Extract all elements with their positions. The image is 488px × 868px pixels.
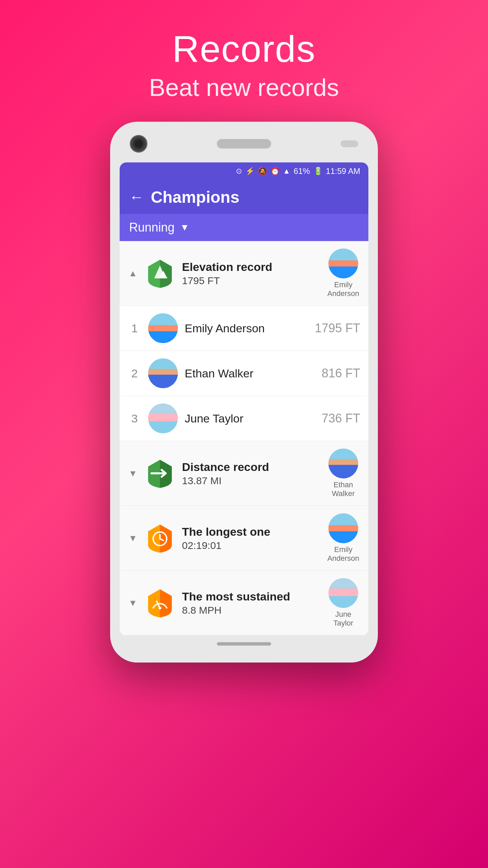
user-score-3: 736 FT	[322, 411, 360, 426]
avatar	[148, 313, 178, 343]
mute-icon: 🔕	[258, 167, 267, 176]
speed-info: The most sustained 8.8 MPH	[182, 590, 320, 616]
dropdown-label: Running	[129, 220, 175, 235]
wifi-icon: ▲	[283, 167, 290, 176]
app-bar-title: Champions	[151, 188, 239, 206]
elevation-name: Elevation record	[182, 260, 320, 274]
emily-avatar-badge	[328, 249, 358, 278]
time-name: The longest one	[182, 525, 320, 538]
table-row: 2 Ethan Walker 816 FT	[120, 351, 368, 396]
phone-camera	[130, 135, 147, 153]
bluetooth-icon: ⚡	[245, 167, 255, 176]
user-score-1: 1795 FT	[315, 321, 360, 335]
page-title: Records	[149, 27, 339, 70]
phone-screen: ⊙ ⚡ 🔕 ⏰ ▲ 61% 🔋 11:59 AM ← Champions Run…	[120, 162, 368, 635]
speed-badge	[145, 588, 175, 618]
phone-speaker	[217, 139, 271, 149]
avatar	[148, 403, 178, 433]
time-holder-name: Emily Anderson	[326, 545, 360, 563]
elevation-badge	[145, 258, 175, 289]
table-row: 3 June Taylor 736 FT	[120, 396, 368, 441]
rank-2: 2	[128, 367, 141, 380]
phone-sensor	[341, 140, 358, 147]
svg-point-6	[159, 607, 161, 609]
elevation-holder-name: Emily Anderson	[326, 280, 360, 298]
user-name-1: Emily Anderson	[185, 322, 308, 335]
speed-name: The most sustained	[182, 590, 320, 603]
expand-icon: ▼	[128, 533, 138, 544]
expand-icon: ▼	[128, 468, 138, 479]
page-subtitle: Beat new records	[149, 74, 339, 101]
distance-value: 13.87 MI	[182, 475, 320, 487]
collapse-icon: ▲	[128, 268, 138, 279]
phone-top	[120, 132, 368, 156]
user-name-3: June Taylor	[185, 412, 315, 425]
time-info: The longest one 02:19:01	[182, 525, 320, 551]
distance-info: Distance record 13.87 MI	[182, 460, 320, 487]
emily-avatar-badge2	[328, 513, 358, 543]
page-header: Records Beat new records	[149, 27, 339, 101]
time-holder: Emily Anderson	[326, 513, 360, 563]
back-button[interactable]: ←	[129, 189, 144, 205]
speed-value: 8.8 MPH	[182, 605, 320, 616]
clock: 11:59 AM	[326, 166, 360, 176]
phone-bottom	[120, 635, 368, 652]
distance-record-row[interactable]: ▼ Distance record 13.87 MI Ethan Walker	[120, 441, 368, 506]
time-badge	[145, 523, 175, 553]
distance-holder: Ethan Walker	[326, 449, 360, 498]
june-avatar-badge	[328, 578, 358, 608]
category-dropdown[interactable]: Running ▼	[120, 214, 368, 241]
elevation-value: 1795 FT	[182, 275, 320, 287]
battery-icon: 🔋	[313, 167, 323, 176]
time-value: 02:19:01	[182, 540, 320, 551]
time-record-row[interactable]: ▼ The longest one 02:19:01	[120, 506, 368, 571]
table-row: 1 Emily Anderson 1795 FT	[120, 306, 368, 351]
rank-1: 1	[128, 322, 141, 335]
ethan-avatar-badge	[328, 449, 358, 478]
distance-badge	[145, 458, 175, 489]
app-bar: ← Champions	[120, 180, 368, 214]
phone-shell: ⊙ ⚡ 🔕 ⏰ ▲ 61% 🔋 11:59 AM ← Champions Run…	[110, 122, 378, 663]
avatar	[148, 358, 178, 388]
home-indicator	[217, 642, 271, 646]
elevation-record-row[interactable]: ▲ Elevation record 1795 FT	[120, 241, 368, 306]
status-icons: ⊙ ⚡ 🔕 ⏰ ▲ 61% 🔋 11:59 AM	[236, 166, 360, 176]
distance-name: Distance record	[182, 460, 320, 474]
elevation-holder: Emily Anderson	[326, 249, 360, 298]
distance-holder-name: Ethan Walker	[326, 480, 360, 498]
user-name-2: Ethan Walker	[185, 367, 315, 380]
user-score-2: 816 FT	[322, 366, 360, 380]
expand-icon: ▼	[128, 598, 138, 608]
alarm-icon: ⏰	[270, 167, 280, 176]
speed-holder-name: June Taylor	[326, 610, 360, 628]
records-list: ▲ Elevation record 1795 FT	[120, 241, 368, 635]
status-bar: ⊙ ⚡ 🔕 ⏰ ▲ 61% 🔋 11:59 AM	[120, 162, 368, 180]
battery-percent: 61%	[294, 166, 310, 176]
location-icon: ⊙	[236, 167, 242, 176]
dropdown-arrow-icon: ▼	[180, 222, 189, 233]
speed-holder: June Taylor	[326, 578, 360, 628]
rank-3: 3	[128, 412, 141, 425]
speed-record-row[interactable]: ▼ The most sustained 8.8 MPH	[120, 571, 368, 635]
elevation-info: Elevation record 1795 FT	[182, 260, 320, 287]
